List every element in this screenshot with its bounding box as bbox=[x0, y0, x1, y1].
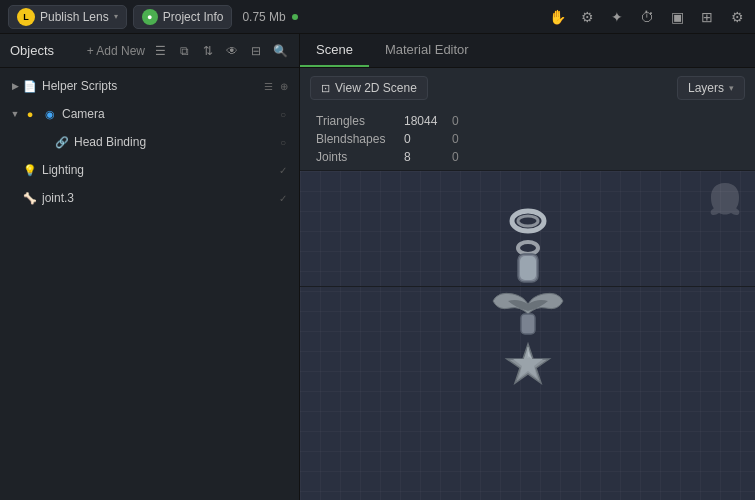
stats-column: Triangles 18044 0 Blendshapes 0 0 Joints… bbox=[316, 114, 482, 164]
preview-icon[interactable]: ▣ bbox=[667, 7, 687, 27]
tree-arrow-helper-scripts: ▶ bbox=[8, 79, 22, 93]
helper-scripts-label: Helper Scripts bbox=[42, 79, 261, 93]
stat-row-triangles: Triangles 18044 0 bbox=[316, 114, 482, 128]
camera-label: Camera bbox=[62, 107, 275, 121]
settings-icon[interactable]: ⚙ bbox=[727, 7, 747, 27]
hand-tool-icon[interactable]: ✋ bbox=[547, 7, 567, 27]
stat-row-joints: Joints 8 0 bbox=[316, 150, 482, 164]
layers-label: Layers bbox=[688, 81, 724, 95]
transform-icon[interactable]: ⚙ bbox=[577, 7, 597, 27]
search-icon[interactable]: 🔍 bbox=[271, 42, 289, 60]
status-dot bbox=[292, 14, 298, 20]
objects-title: Objects bbox=[10, 43, 79, 58]
joint3-label: joint.3 bbox=[42, 191, 275, 205]
helper-scripts-actions: ☰ ⊕ bbox=[261, 79, 291, 93]
charm-3d-model bbox=[468, 196, 588, 476]
camera-icon: ◉ bbox=[42, 106, 58, 122]
top-bar: L Publish Lens ▾ ● Project Info 0.75 Mb … bbox=[0, 0, 755, 34]
joint3-icon: 🦴 bbox=[22, 190, 38, 206]
left-panel: Objects + Add New ☰ ⧉ ⇅ 👁 ⊟ 🔍 ▶ 📄 Helper… bbox=[0, 34, 300, 500]
project-info-icon: ● bbox=[142, 9, 158, 25]
tab-scene[interactable]: Scene bbox=[300, 34, 369, 67]
ghost-watermark bbox=[705, 181, 745, 221]
svg-point-1 bbox=[518, 216, 538, 226]
helper-scripts-icon: 📄 bbox=[22, 78, 38, 94]
camera-dot-icon: ● bbox=[22, 106, 38, 122]
head-binding-visibility[interactable]: ○ bbox=[275, 134, 291, 150]
filter-icon[interactable]: ⊟ bbox=[247, 42, 265, 60]
blendshapes-label: Blendshapes bbox=[316, 132, 396, 146]
joint3-visibility[interactable]: ✓ bbox=[275, 190, 291, 206]
joints-val2: 0 bbox=[452, 150, 482, 164]
triangles-label: Triangles bbox=[316, 114, 396, 128]
helper-scripts-action-1[interactable]: ☰ bbox=[261, 79, 275, 93]
triangles-val2: 0 bbox=[452, 114, 482, 128]
publish-arrow-icon: ▾ bbox=[114, 12, 118, 21]
main-layout: Objects + Add New ☰ ⧉ ⇅ 👁 ⊟ 🔍 ▶ 📄 Helper… bbox=[0, 34, 755, 500]
visibility-toggle-icon[interactable]: 👁 bbox=[223, 42, 241, 60]
screen-icon[interactable]: ⊞ bbox=[697, 7, 717, 27]
view-2d-button[interactable]: ⊡ View 2D Scene bbox=[310, 76, 428, 100]
lighting-icon: 💡 bbox=[22, 162, 38, 178]
tree-arrow-camera: ▼ bbox=[8, 107, 22, 121]
camera-visibility[interactable]: ○ bbox=[275, 106, 291, 122]
right-panel: Scene Material Editor ⊡ View 2D Scene La… bbox=[300, 34, 755, 500]
publish-lens-button[interactable]: L Publish Lens ▾ bbox=[8, 5, 127, 29]
move-icon[interactable]: ✦ bbox=[607, 7, 627, 27]
object-tree: ▶ 📄 Helper Scripts ☰ ⊕ ▼ ● ◉ Camera ○ ▶ … bbox=[0, 68, 299, 500]
tree-item-camera[interactable]: ▼ ● ◉ Camera ○ bbox=[0, 100, 299, 128]
svg-rect-5 bbox=[521, 314, 535, 334]
scene-viewport[interactable] bbox=[300, 171, 755, 500]
joints-val1: 8 bbox=[404, 150, 444, 164]
helper-scripts-action-2[interactable]: ⊕ bbox=[277, 79, 291, 93]
list-view-icon[interactable]: ☰ bbox=[151, 42, 169, 60]
lens-icon: L bbox=[17, 8, 35, 26]
panel-tabs: Scene Material Editor bbox=[300, 34, 755, 68]
lighting-label: Lighting bbox=[42, 163, 275, 177]
stat-row-blendshapes: Blendshapes 0 0 bbox=[316, 132, 482, 146]
head-binding-label: Head Binding bbox=[74, 135, 275, 149]
publish-lens-label: Publish Lens bbox=[40, 10, 109, 24]
blendshapes-val2: 0 bbox=[452, 132, 482, 146]
view-2d-label: View 2D Scene bbox=[335, 81, 417, 95]
add-new-label: + Add New bbox=[87, 44, 145, 58]
sort-icon[interactable]: ⇅ bbox=[199, 42, 217, 60]
tab-scene-label: Scene bbox=[316, 42, 353, 57]
head-binding-icon: 🔗 bbox=[54, 134, 70, 150]
layers-arrow-icon: ▾ bbox=[729, 83, 734, 93]
top-toolbar-icons: ✋ ⚙ ✦ ⏱ ▣ ⊞ ⚙ bbox=[547, 7, 747, 27]
layers-icon[interactable]: ⧉ bbox=[175, 42, 193, 60]
objects-header: Objects + Add New ☰ ⧉ ⇅ 👁 ⊟ 🔍 bbox=[0, 34, 299, 68]
tree-item-lighting[interactable]: ▶ 💡 Lighting ✓ bbox=[0, 156, 299, 184]
scene-stats: Triangles 18044 0 Blendshapes 0 0 Joints… bbox=[300, 108, 755, 171]
timer-icon[interactable]: ⏱ bbox=[637, 7, 657, 27]
project-info-button[interactable]: ● Project Info bbox=[133, 5, 233, 29]
tab-material-editor[interactable]: Material Editor bbox=[369, 34, 485, 67]
tab-material-editor-label: Material Editor bbox=[385, 42, 469, 57]
lighting-visibility[interactable]: ✓ bbox=[275, 162, 291, 178]
svg-rect-4 bbox=[520, 256, 536, 280]
blendshapes-val1: 0 bbox=[404, 132, 444, 146]
layers-button[interactable]: Layers ▾ bbox=[677, 76, 745, 100]
tree-item-helper-scripts[interactable]: ▶ 📄 Helper Scripts ☰ ⊕ bbox=[0, 72, 299, 100]
file-size-label: 0.75 Mb bbox=[242, 10, 285, 24]
tree-item-head-binding[interactable]: ▶ 🔗 Head Binding ○ bbox=[0, 128, 299, 156]
joints-label: Joints bbox=[316, 150, 396, 164]
add-new-button[interactable]: + Add New bbox=[87, 44, 145, 58]
scene-toolbar: ⊡ View 2D Scene Layers ▾ bbox=[300, 68, 755, 108]
triangles-val1: 18044 bbox=[404, 114, 444, 128]
svg-point-2 bbox=[518, 242, 538, 254]
project-info-label: Project Info bbox=[163, 10, 224, 24]
tree-item-joint3[interactable]: ▶ 🦴 joint.3 ✓ bbox=[0, 184, 299, 212]
